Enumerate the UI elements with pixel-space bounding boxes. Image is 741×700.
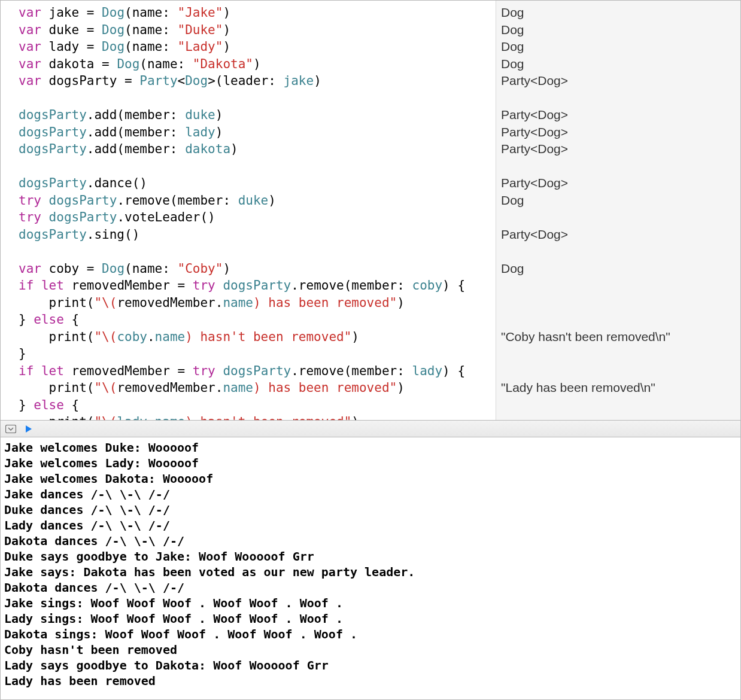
code-token bbox=[34, 364, 41, 378]
code-line[interactable]: print("\(lady.name) hasn't been removed"… bbox=[19, 413, 496, 420]
code-token: "Dakota" bbox=[193, 57, 253, 71]
svg-rect-0 bbox=[6, 425, 16, 433]
code-token: var bbox=[19, 5, 41, 20]
code-token: name bbox=[223, 381, 253, 395]
result-line[interactable]: Dog bbox=[501, 56, 734, 73]
code-token: (name: bbox=[124, 23, 178, 37]
result-line[interactable]: Party<Dog> bbox=[501, 141, 734, 158]
code-token: (name: bbox=[139, 57, 193, 71]
code-line[interactable]: } bbox=[19, 345, 496, 363]
result-line[interactable]: "Coby hasn't been removed\n" bbox=[501, 328, 734, 346]
code-token: "\( bbox=[94, 296, 117, 310]
code-line[interactable]: } else { bbox=[19, 397, 496, 414]
result-line[interactable]: Party<Dog> bbox=[501, 175, 734, 192]
code-token: ) bbox=[351, 330, 359, 344]
result-line[interactable]: Party<Dog> bbox=[501, 72, 734, 90]
code-token: (name: bbox=[124, 39, 178, 54]
code-line[interactable] bbox=[19, 90, 496, 107]
code-token: else bbox=[34, 398, 64, 412]
code-token bbox=[41, 210, 49, 224]
code-token: .remove(member: bbox=[117, 193, 238, 208]
code-line[interactable]: dogsParty.dance() bbox=[19, 175, 496, 192]
code-line[interactable] bbox=[19, 158, 496, 175]
code-line[interactable]: dogsParty.add(member: dakota) bbox=[19, 141, 496, 158]
code-token: var bbox=[19, 74, 41, 88]
code-line[interactable]: print("\(removedMember.name) has been re… bbox=[19, 379, 496, 397]
code-token: >(leader: bbox=[208, 74, 283, 88]
code-token: dogsParty bbox=[223, 364, 291, 378]
code-line[interactable]: var dogsParty = Party<Dog>(leader: jake) bbox=[19, 72, 496, 90]
code-token: dogsParty bbox=[19, 108, 87, 122]
code-token: dogsParty = bbox=[41, 74, 139, 88]
result-line[interactable] bbox=[501, 158, 734, 175]
code-token: var bbox=[19, 261, 41, 276]
result-line[interactable]: Party<Dog> bbox=[501, 226, 734, 244]
code-line[interactable]: try dogsParty.remove(member: duke) bbox=[19, 192, 496, 209]
result-line[interactable]: Dog bbox=[501, 38, 734, 56]
result-line[interactable] bbox=[501, 397, 734, 414]
console-line: Jake sings: Woof Woof Woof . Woof Woof .… bbox=[4, 595, 737, 611]
result-line[interactable] bbox=[501, 311, 734, 328]
code-token: removedMember = bbox=[64, 364, 193, 378]
result-line[interactable] bbox=[501, 431, 734, 448]
result-line[interactable]: Dog bbox=[501, 22, 734, 39]
code-line[interactable]: } else { bbox=[19, 311, 496, 328]
code-token: ) bbox=[230, 142, 238, 156]
debug-dropdown-icon[interactable] bbox=[5, 425, 16, 433]
console-line: Jake dances /-\ \-\ /-/ bbox=[4, 486, 737, 502]
code-token: name bbox=[155, 415, 186, 420]
code-token: .add(member: bbox=[87, 108, 185, 122]
result-line[interactable]: Dog bbox=[501, 192, 734, 209]
result-line[interactable]: Party<Dog> bbox=[501, 124, 734, 141]
result-line[interactable] bbox=[501, 243, 734, 260]
code-line[interactable]: var duke = Dog(name: "Duke") bbox=[19, 22, 496, 39]
result-line[interactable]: Dog bbox=[501, 4, 734, 22]
result-line[interactable] bbox=[501, 345, 734, 363]
code-token: ) bbox=[397, 296, 405, 310]
code-editor[interactable]: var jake = Dog(name: "Jake")var duke = D… bbox=[1, 1, 496, 420]
result-line[interactable] bbox=[501, 277, 734, 294]
result-line[interactable] bbox=[501, 294, 734, 312]
code-line[interactable]: dogsParty.add(member: lady) bbox=[19, 124, 496, 141]
code-line[interactable]: dogsParty.add(member: duke) bbox=[19, 106, 496, 124]
code-token: .remove(member: bbox=[291, 364, 412, 378]
code-token: < bbox=[178, 74, 186, 88]
result-line[interactable] bbox=[501, 363, 734, 380]
result-line[interactable] bbox=[501, 90, 734, 107]
code-token bbox=[215, 278, 223, 293]
result-line[interactable]: "Lady has been removed\n" bbox=[501, 379, 734, 397]
code-token bbox=[41, 193, 49, 208]
code-line[interactable] bbox=[19, 243, 496, 260]
code-line[interactable]: if let removedMember = try dogsParty.rem… bbox=[19, 363, 496, 380]
code-token: ) bbox=[268, 193, 276, 208]
code-line[interactable]: print("\(removedMember.name) has been re… bbox=[19, 294, 496, 312]
code-token: Dog bbox=[102, 5, 124, 20]
console-line: Jake welcomes Dakota: Wooooof bbox=[4, 471, 737, 486]
console-output[interactable]: Jake welcomes Duke: WooooofJake welcomes… bbox=[1, 437, 740, 691]
console-line: Lady has been removed bbox=[4, 673, 737, 689]
run-icon[interactable] bbox=[25, 425, 33, 433]
code-token: lady bbox=[412, 364, 443, 378]
code-token: lady bbox=[117, 415, 147, 420]
code-token: } bbox=[19, 398, 34, 412]
code-token: "\( bbox=[94, 381, 117, 395]
result-line[interactable]: Dog bbox=[501, 260, 734, 278]
code-token: "\( bbox=[94, 415, 117, 420]
console-line: Coby hasn't been removed bbox=[4, 642, 737, 658]
code-token: { bbox=[64, 312, 79, 327]
result-line[interactable] bbox=[501, 413, 734, 431]
code-token: ) bbox=[223, 39, 230, 54]
code-line[interactable]: print("\(coby.name) hasn't been removed"… bbox=[19, 328, 496, 346]
code-line[interactable]: var lady = Dog(name: "Lady") bbox=[19, 38, 496, 56]
code-line[interactable]: dogsParty.sing() bbox=[19, 226, 496, 244]
code-line[interactable]: var jake = Dog(name: "Jake") bbox=[19, 4, 496, 22]
code-token: ) bbox=[253, 57, 261, 71]
results-sidebar[interactable]: DogDogDogDogParty<Dog>Party<Dog>Party<Do… bbox=[496, 1, 740, 420]
code-token: if bbox=[19, 364, 34, 378]
result-line[interactable]: Party<Dog> bbox=[501, 106, 734, 124]
code-line[interactable]: var dakota = Dog(name: "Dakota") bbox=[19, 56, 496, 73]
result-line[interactable] bbox=[501, 209, 734, 226]
code-line[interactable]: var coby = Dog(name: "Coby") bbox=[19, 260, 496, 278]
code-line[interactable]: try dogsParty.voteLeader() bbox=[19, 209, 496, 226]
code-line[interactable]: if let removedMember = try dogsParty.rem… bbox=[19, 277, 496, 294]
